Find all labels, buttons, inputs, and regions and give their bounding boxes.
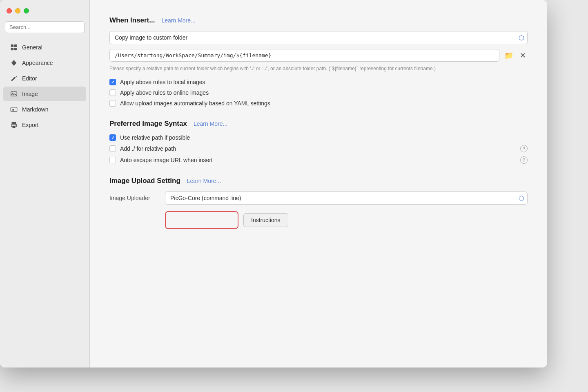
checkbox-online-input[interactable] (109, 89, 116, 96)
svg-rect-3 (14, 48, 17, 50)
path-input[interactable] (109, 49, 499, 62)
sidebar-item-label-appearance: Appearance (22, 60, 53, 66)
checkbox-escape-input[interactable] (109, 157, 116, 163)
printer-icon (10, 121, 18, 129)
svg-rect-10 (12, 126, 15, 128)
sidebar-item-appearance[interactable]: Appearance (3, 56, 86, 70)
close-button[interactable] (7, 8, 12, 13)
maximize-button[interactable] (24, 8, 29, 13)
checkbox-local: Apply above rules to local images (109, 79, 528, 85)
markdown-icon: M↓ (10, 105, 18, 114)
uploader-select[interactable]: PicGo-Core (command line) (165, 192, 528, 205)
svg-rect-0 (11, 45, 13, 47)
path-hint-text: Please specify a relative path to curren… (109, 65, 528, 72)
insert-mode-select[interactable]: Copy image to custom folder (109, 31, 528, 44)
minimize-button[interactable] (15, 8, 20, 13)
uploader-select-wrapper: PicGo-Core (command line) ⬡ (165, 192, 528, 205)
checkbox-yaml-label: Allow upload images automatically based … (120, 100, 270, 107)
titlebar (0, 0, 89, 21)
sidebar-item-label-general: General (22, 44, 42, 51)
sidebar-item-general[interactable]: General (3, 40, 86, 55)
search-input[interactable] (5, 21, 85, 33)
checkbox-online: Apply above rules to online images (109, 89, 528, 96)
diamond-icon (10, 59, 18, 67)
checkbox-online-label: Apply above rules to online images (120, 89, 209, 96)
preferred-syntax-section: Preferred Image Syntax Learn More... Use… (109, 120, 528, 164)
checkbox-dotslash-label: Add ./ for relative path (120, 145, 176, 152)
sidebar-item-label-export: Export (22, 122, 38, 128)
sidebar-item-label-editor: Editor (22, 75, 37, 82)
highlighted-empty-input[interactable] (165, 211, 238, 229)
escape-help-icon[interactable]: ? (520, 156, 528, 164)
svg-rect-8 (12, 122, 16, 125)
sidebar-item-label-markdown: Markdown (22, 106, 49, 113)
folder-button[interactable]: 📁 (503, 50, 515, 61)
pencil-icon (10, 74, 18, 82)
checkbox-yaml-input[interactable] (109, 100, 116, 107)
checkbox-yaml: Allow upload images automatically based … (109, 100, 528, 107)
uploader-row: Image Uploader PicGo-Core (command line)… (109, 192, 528, 205)
image-icon (10, 90, 18, 98)
sidebar-item-label-image: Image (22, 91, 38, 97)
clear-button[interactable]: ✕ (518, 50, 528, 61)
svg-text:M↓: M↓ (12, 108, 16, 112)
upload-setting-section: Image Upload Setting Learn More... Image… (109, 177, 528, 229)
main-content: When Insert... Learn More... Copy image … (90, 0, 547, 368)
checkbox-escape: Auto escape image URL when insert ? (109, 156, 528, 164)
when-insert-title: When Insert... (109, 16, 155, 24)
sidebar-item-markdown[interactable]: M↓ Markdown (3, 102, 86, 117)
checkbox-local-label: Apply above rules to local images (120, 79, 205, 85)
upload-setting-title: Image Upload Setting (109, 177, 180, 185)
checkbox-escape-label: Auto escape image URL when insert (120, 157, 213, 163)
preferred-syntax-learn-more[interactable]: Learn More... (194, 120, 227, 127)
sidebar-item-image[interactable]: Image (3, 87, 86, 101)
grid-icon (10, 43, 18, 51)
sidebar: General Appearance Editor Image (0, 0, 90, 368)
instructions-button[interactable]: Instructions (243, 213, 288, 227)
bottom-row: Instructions (165, 211, 528, 229)
search-container (0, 21, 89, 40)
insert-mode-select-wrapper: Copy image to custom folder ⬡ (109, 31, 528, 44)
sidebar-item-export[interactable]: Export (3, 118, 86, 132)
checkbox-relative: Use relative path if possible (109, 134, 528, 141)
checkbox-dotslash-input[interactable] (109, 145, 116, 152)
svg-rect-4 (11, 92, 17, 96)
preferred-syntax-title: Preferred Image Syntax (109, 120, 187, 128)
svg-rect-1 (14, 45, 17, 47)
sidebar-item-editor[interactable]: Editor (3, 71, 86, 86)
checkbox-relative-label: Use relative path if possible (120, 134, 190, 141)
svg-rect-11 (16, 125, 16, 126)
checkbox-local-input[interactable] (109, 79, 116, 85)
when-insert-header: When Insert... Learn More... (109, 16, 528, 24)
svg-rect-2 (11, 48, 13, 50)
when-insert-section: When Insert... Learn More... Copy image … (109, 16, 528, 107)
upload-setting-header: Image Upload Setting Learn More... (109, 177, 528, 185)
preferred-syntax-header: Preferred Image Syntax Learn More... (109, 120, 528, 128)
checkbox-relative-input[interactable] (109, 134, 116, 141)
when-insert-learn-more[interactable]: Learn More... (161, 17, 195, 24)
checkbox-dotslash: Add ./ for relative path ? (109, 145, 528, 152)
dotslash-help-icon[interactable]: ? (520, 145, 528, 152)
upload-setting-learn-more[interactable]: Learn More... (187, 178, 221, 184)
uploader-label: Image Uploader (109, 195, 158, 201)
path-row: 📁 ✕ (109, 49, 528, 62)
